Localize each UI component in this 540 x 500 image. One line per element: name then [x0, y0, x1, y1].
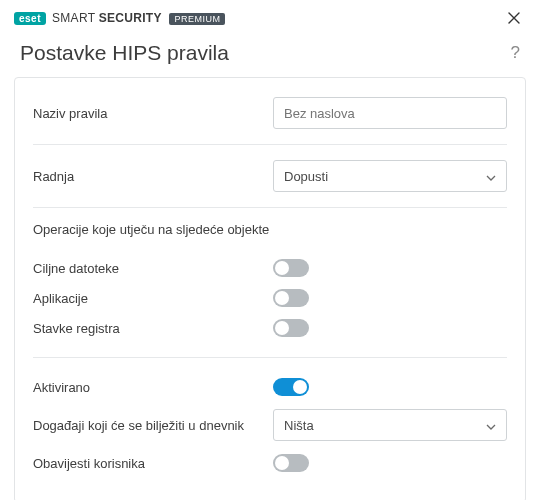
target-files-row: Ciljne datoteke	[33, 253, 507, 283]
target-files-toggle[interactable]	[273, 259, 309, 277]
help-icon: ?	[511, 43, 520, 62]
separator	[33, 144, 507, 145]
log-select-value: Ništa	[284, 418, 314, 433]
dialog-window: eset SMART SECURITY PREMIUM Postavke HIP…	[0, 0, 540, 500]
brand-name-thin: SMART	[52, 11, 95, 25]
rule-name-input[interactable]	[273, 97, 507, 129]
notify-user-label: Obavijesti korisnika	[33, 456, 273, 471]
dialog-header: Postavke HIPS pravila ?	[0, 33, 540, 77]
enabled-row: Aktivirano	[33, 372, 507, 402]
log-row: Događaji koji će se bilježiti u dnevnik …	[33, 408, 507, 442]
enabled-label: Aktivirano	[33, 380, 273, 395]
separator	[33, 207, 507, 208]
log-select[interactable]: Ništa	[273, 409, 507, 441]
operations-section-title: Operacije koje utječu na sljedeće objekt…	[33, 222, 507, 237]
brand-text: SMART SECURITY PREMIUM	[52, 11, 225, 25]
registry-entries-label: Stavke registra	[33, 321, 273, 336]
enabled-toggle[interactable]	[273, 378, 309, 396]
registry-entries-toggle[interactable]	[273, 319, 309, 337]
log-label: Događaji koji će se bilježiti u dnevnik	[33, 418, 273, 433]
action-label: Radnja	[33, 169, 273, 184]
page-title: Postavke HIPS pravila	[20, 41, 229, 65]
applications-label: Aplikacije	[33, 291, 273, 306]
brand-badge: eset	[14, 12, 46, 25]
applications-row: Aplikacije	[33, 283, 507, 313]
brand-premium-badge: PREMIUM	[169, 13, 225, 25]
notify-user-toggle[interactable]	[273, 454, 309, 472]
applications-toggle[interactable]	[273, 289, 309, 307]
chevron-down-icon	[486, 169, 496, 184]
action-select-value: Dopusti	[284, 169, 328, 184]
rule-name-label: Naziv pravila	[33, 106, 273, 121]
action-row: Radnja Dopusti	[33, 159, 507, 193]
notify-user-row: Obavijesti korisnika	[33, 448, 507, 478]
close-icon	[508, 12, 520, 24]
brand-name-bold: SECURITY	[99, 11, 162, 25]
registry-entries-row: Stavke registra	[33, 313, 507, 343]
brand-logo: eset SMART SECURITY PREMIUM	[14, 11, 225, 25]
help-button[interactable]: ?	[511, 43, 520, 63]
separator	[33, 357, 507, 358]
settings-panel: Naziv pravila Radnja Dopusti Operacije k…	[14, 77, 526, 500]
action-select[interactable]: Dopusti	[273, 160, 507, 192]
rule-name-row: Naziv pravila	[33, 96, 507, 130]
titlebar: eset SMART SECURITY PREMIUM	[0, 0, 540, 33]
close-button[interactable]	[500, 7, 528, 29]
target-files-label: Ciljne datoteke	[33, 261, 273, 276]
chevron-down-icon	[486, 418, 496, 433]
